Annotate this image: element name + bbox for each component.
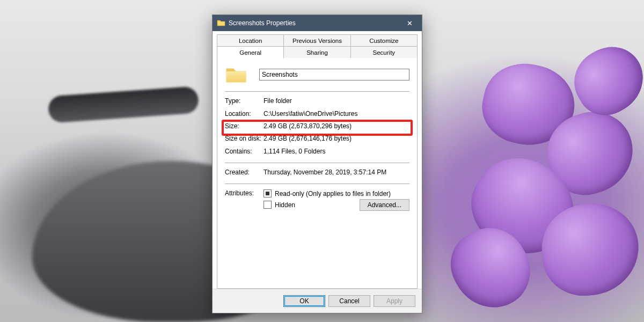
size-label: Size:	[225, 122, 264, 130]
tab-previous-versions[interactable]: Previous Versions	[283, 34, 350, 46]
cancel-button[interactable]: Cancel	[328, 295, 370, 307]
tab-security[interactable]: Security	[350, 46, 418, 58]
separator	[225, 163, 409, 163]
location-label: Location:	[225, 110, 264, 118]
folder-icon	[217, 19, 225, 27]
folder-large-icon	[225, 64, 247, 85]
cancel-button-label: Cancel	[339, 297, 359, 305]
contains-value: 1,114 Files, 0 Folders	[264, 148, 409, 155]
apply-button[interactable]: Apply	[374, 295, 415, 307]
tab-customize[interactable]: Customize	[350, 34, 418, 46]
apply-button-label: Apply	[386, 297, 402, 305]
tab-general[interactable]: General	[217, 46, 284, 58]
tab-location[interactable]: Location	[217, 34, 284, 46]
row-size-on-disk: Size on disk: 2.49 GB (2,676,146,176 byt…	[225, 134, 409, 147]
dialog-footer: OK Cancel Apply	[213, 289, 422, 313]
advanced-button-label: Advanced...	[368, 201, 401, 209]
tab-label: Security	[373, 49, 396, 56]
checkbox-empty-icon	[264, 201, 272, 209]
location-value: C:\Users\fatiw\OneDrive\Pictures	[264, 110, 409, 118]
tab-strip: Location Previous Versions Customize Gen…	[217, 34, 418, 58]
tab-label: General	[239, 49, 261, 56]
size-value: 2.49 GB (2,673,870,296 bytes)	[264, 122, 409, 130]
contains-label: Contains:	[225, 148, 264, 155]
readonly-checkbox-row[interactable]: Read-only (Only applies to files in fold…	[264, 189, 409, 197]
created-label: Created:	[225, 169, 264, 176]
separator	[225, 91, 409, 92]
tab-sharing[interactable]: Sharing	[283, 46, 350, 58]
tab-label: Customize	[369, 38, 398, 44]
advanced-button[interactable]: Advanced...	[360, 199, 409, 211]
desktop-background: Screenshots Properties ✕ Location Previo…	[0, 0, 644, 322]
type-value: File folder	[264, 97, 409, 105]
svg-rect-0	[226, 71, 246, 82]
row-created: Created: Thursday, November 28, 2019, 3:…	[225, 167, 409, 180]
separator	[225, 184, 409, 184]
size-on-disk-label: Size on disk:	[225, 135, 264, 142]
row-type: Type: File folder	[225, 96, 409, 109]
created-value: Thursday, November 28, 2019, 3:57:14 PM	[264, 169, 409, 176]
row-attributes: Attributes: Read-only (Only applies to f…	[225, 188, 409, 212]
folder-name-input[interactable]	[259, 69, 409, 80]
background-flower-petal	[563, 35, 644, 126]
tab-label: Location	[239, 38, 262, 44]
tab-page-general: Type: File folder Location: C:\Users\fat…	[217, 58, 418, 289]
checkbox-indeterminate-icon	[264, 189, 272, 197]
type-label: Type:	[225, 97, 264, 105]
tab-label: Sharing	[306, 49, 328, 56]
titlebar[interactable]: Screenshots Properties ✕	[213, 15, 422, 31]
tab-label: Previous Versions	[292, 38, 342, 44]
hidden-checkbox-label: Hidden	[275, 201, 295, 209]
ok-button-label: OK	[299, 297, 309, 305]
window-title: Screenshots Properties	[229, 19, 398, 27]
readonly-checkbox-label: Read-only (Only applies to files in fold…	[275, 190, 391, 197]
attributes-label: Attributes:	[225, 189, 264, 197]
ok-button[interactable]: OK	[283, 295, 325, 307]
properties-dialog: Screenshots Properties ✕ Location Previo…	[212, 14, 422, 313]
size-on-disk-value: 2.49 GB (2,676,146,176 bytes)	[264, 135, 409, 142]
background-handle-shape	[48, 86, 200, 123]
row-contains: Contains: 1,114 Files, 0 Folders	[225, 147, 409, 159]
close-button[interactable]: ✕	[398, 15, 422, 31]
close-icon: ✕	[407, 19, 413, 27]
